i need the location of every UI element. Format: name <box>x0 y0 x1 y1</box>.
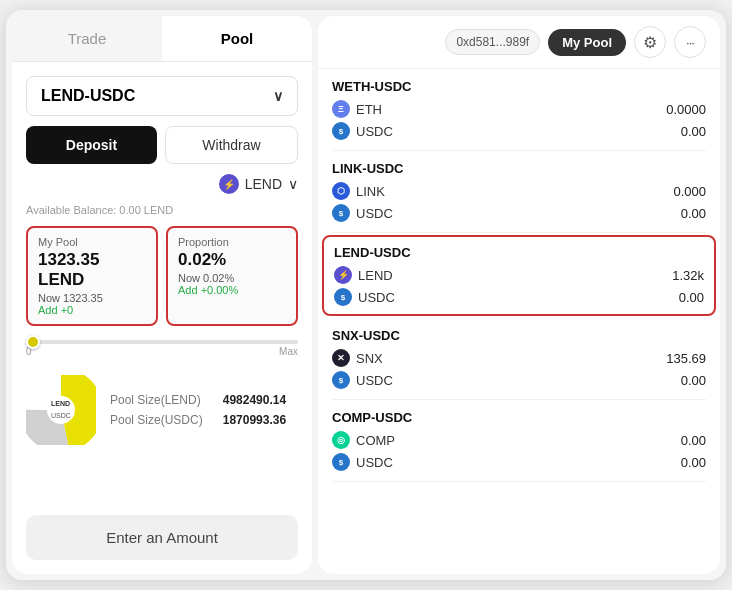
pool-item-lendusdc[interactable]: LEND-USDC⚡LEND1.32k$USDC0.00 <box>322 235 716 316</box>
pool-size-usdc-value: 1870993.36 <box>223 413 286 427</box>
chevron-down-icon: ∨ <box>288 176 298 192</box>
proportion-label: Proportion <box>178 236 286 248</box>
lend-icon: ⚡ <box>334 266 352 284</box>
withdraw-button[interactable]: Withdraw <box>165 126 298 164</box>
pool-tokens: ΞETH0.0000$USDC0.00 <box>332 100 706 140</box>
available-balance: Available Balance: 0.00 LEND <box>26 204 298 216</box>
settings-button[interactable]: ⚙ <box>634 26 666 58</box>
token-amount: 0.00 <box>681 124 706 139</box>
usdc-icon: $ <box>332 122 350 140</box>
token-left: ⬡LINK <box>332 182 385 200</box>
token-amount: 0.00 <box>681 373 706 388</box>
token-amount: 0.000 <box>673 184 706 199</box>
token-selector-label: LEND <box>245 176 282 192</box>
token-selector[interactable]: ⚡ LEND ∨ <box>219 174 298 194</box>
pair-label: LEND-USDC <box>41 87 135 105</box>
tab-trade[interactable]: Trade <box>12 16 162 61</box>
pool-name: LEND-USDC <box>334 245 704 260</box>
tab-pool[interactable]: Pool <box>162 16 312 61</box>
token-left: $USDC <box>332 371 393 389</box>
token-amount: 0.00 <box>681 433 706 448</box>
pool-token-row: ✕SNX135.69 <box>332 349 706 367</box>
token-symbol: USDC <box>358 290 395 305</box>
pool-token-row: $USDC0.00 <box>332 122 706 140</box>
my-pool-button[interactable]: My Pool <box>548 29 626 56</box>
pool-tokens: ⚡LEND1.32k$USDC0.00 <box>334 266 704 306</box>
svg-text:USDC: USDC <box>51 412 71 419</box>
token-left: ΞETH <box>332 100 382 118</box>
usdc-icon: $ <box>334 288 352 306</box>
proportion-stat-box: Proportion 0.02% Now 0.02% Add +0.00% <box>166 226 298 326</box>
pool-name: LINK-USDC <box>332 161 706 176</box>
pool-name: SNX-USDC <box>332 328 706 343</box>
pool-item-compusdc[interactable]: COMP-USDC◎COMP0.00$USDC0.00 <box>332 400 706 482</box>
pool-stats-row: My Pool 1323.35 LEND Now 1323.35 Add +0 … <box>26 226 298 326</box>
pool-list: WETH-USDCΞETH0.0000$USDC0.00LINK-USDC⬡LI… <box>318 69 720 574</box>
token-left: $USDC <box>332 122 393 140</box>
token-amount: 1.32k <box>672 268 704 283</box>
chevron-down-icon: ∨ <box>273 88 283 104</box>
pool-item-wethusdc[interactable]: WETH-USDCΞETH0.0000$USDC0.00 <box>332 69 706 151</box>
my-pool-label: My Pool <box>38 236 146 248</box>
my-pool-stat-box: My Pool 1323.35 LEND Now 1323.35 Add +0 <box>26 226 158 326</box>
slider-track <box>26 340 298 344</box>
token-symbol: LINK <box>356 184 385 199</box>
token-symbol: USDC <box>356 455 393 470</box>
slider-labels: 0 Max <box>26 346 298 357</box>
lend-icon: ⚡ <box>219 174 239 194</box>
token-amount: 0.00 <box>681 455 706 470</box>
my-pool-add: Add +0 <box>38 304 146 316</box>
deposit-button[interactable]: Deposit <box>26 126 157 164</box>
token-left: $USDC <box>334 288 395 306</box>
pool-token-row: $USDC0.00 <box>332 453 706 471</box>
token-amount: 0.00 <box>681 206 706 221</box>
more-button[interactable]: ··· <box>674 26 706 58</box>
token-symbol: USDC <box>356 373 393 388</box>
pool-token-row: $USDC0.00 <box>332 371 706 389</box>
comp-icon: ◎ <box>332 431 350 449</box>
pair-selector[interactable]: LEND-USDC ∨ <box>26 76 298 116</box>
slider-row: 0 Max <box>26 336 298 361</box>
left-panel: Trade Pool LEND-USDC ∨ Deposit Withdraw … <box>12 16 312 574</box>
usdc-icon: $ <box>332 453 350 471</box>
pool-size-info: Pool Size(LEND) 4982490.14 Pool Size(USD… <box>110 393 286 427</box>
pool-size-lend-value: 4982490.14 <box>223 393 286 407</box>
enter-amount-button[interactable]: Enter an Amount <box>26 515 298 560</box>
pool-token-row: ΞETH0.0000 <box>332 100 706 118</box>
pool-tokens: ✕SNX135.69$USDC0.00 <box>332 349 706 389</box>
pool-size-usdc-label: Pool Size(USDC) <box>110 413 203 427</box>
pool-name: WETH-USDC <box>332 79 706 94</box>
tab-bar: Trade Pool <box>12 16 312 62</box>
action-row: Deposit Withdraw <box>26 126 298 164</box>
pool-token-row: $USDC0.00 <box>334 288 704 306</box>
left-content: LEND-USDC ∨ Deposit Withdraw ⚡ LEND ∨ Av… <box>12 62 312 574</box>
token-left: $USDC <box>332 204 393 222</box>
token-amount: 0.0000 <box>666 102 706 117</box>
proportion-now: Now 0.02% <box>178 272 286 284</box>
proportion-add: Add +0.00% <box>178 284 286 296</box>
pool-item-snxusdc[interactable]: SNX-USDC✕SNX135.69$USDC0.00 <box>332 318 706 400</box>
more-icon: ··· <box>686 35 694 50</box>
token-amount: 0.00 <box>679 290 704 305</box>
pool-token-row: ◎COMP0.00 <box>332 431 706 449</box>
proportion-value: 0.02% <box>178 250 286 270</box>
slider-thumb[interactable] <box>26 335 40 349</box>
pie-chart: LEND USDC <box>26 375 96 445</box>
pool-size-lend-label: Pool Size(LEND) <box>110 393 201 407</box>
svg-text:LEND: LEND <box>51 400 70 407</box>
snx-icon: ✕ <box>332 349 350 367</box>
token-symbol: USDC <box>356 206 393 221</box>
pool-item-linkusdc[interactable]: LINK-USDC⬡LINK0.000$USDC0.00 <box>332 151 706 233</box>
pool-name: COMP-USDC <box>332 410 706 425</box>
pool-size-usdc-row: Pool Size(USDC) 1870993.36 <box>110 413 286 427</box>
gear-icon: ⚙ <box>643 33 657 52</box>
eth-icon: Ξ <box>332 100 350 118</box>
usdc-icon: $ <box>332 371 350 389</box>
token-left: ✕SNX <box>332 349 383 367</box>
my-pool-now: Now 1323.35 <box>38 292 146 304</box>
link-icon: ⬡ <box>332 182 350 200</box>
pie-and-stats: LEND USDC Pool Size(LEND) 4982490.14 Poo… <box>26 375 298 445</box>
token-symbol: USDC <box>356 124 393 139</box>
right-header: 0xd581...989f My Pool ⚙ ··· <box>318 16 720 69</box>
usdc-icon: $ <box>332 204 350 222</box>
